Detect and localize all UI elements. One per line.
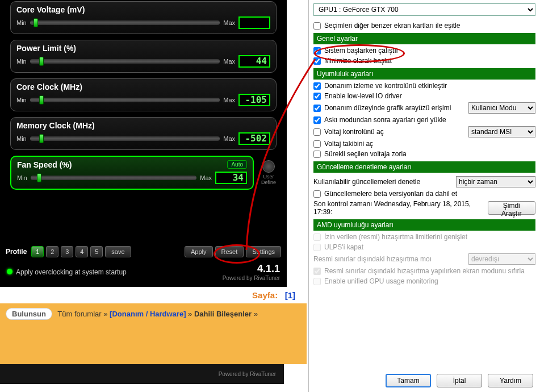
start-with-windows-checkbox[interactable]: Sistem başlarken çalıştır <box>313 47 535 55</box>
hw-gfx-checkbox[interactable]: Donanım düzeyinde grafik arayüzü erişimi <box>313 104 451 112</box>
last-check-label: Son kontrol zamanı Wednesday, February 1… <box>313 200 488 216</box>
restore-after-suspend-checkbox[interactable]: Askı modundan sonra ayarları geri yükle <box>313 116 535 124</box>
slider-track[interactable] <box>30 20 220 25</box>
profile-label: Profile <box>6 248 27 256</box>
update-frequency-select[interactable]: hiçbir zaman <box>456 176 535 187</box>
section-amd: AMD uyumluluğu ayarları <box>313 219 535 231</box>
voltage-monitoring-checkbox[interactable]: Voltaj takibini aç <box>313 140 535 148</box>
slider-title: Core Clock (MHz) <box>16 82 270 91</box>
footer: Apply overclocking at system startup 4.1… <box>0 263 287 281</box>
slider-track[interactable] <box>31 176 196 180</box>
slider-track[interactable] <box>30 136 220 141</box>
value-fan-speed[interactable]: 34 <box>215 172 247 184</box>
hw-gfx-mode-select[interactable]: Kullanıcı Modu <box>468 102 535 114</box>
riva-footer: Powered by RivaTuner <box>0 364 284 384</box>
value-power-limit[interactable]: 44 <box>238 55 270 68</box>
slider-fan-speed: Auto Fan Speed (%) Min Max 34 User Defin… <box>10 156 254 190</box>
value-core-clock[interactable]: -105 <box>238 94 270 106</box>
min-label: Min <box>17 174 27 181</box>
afterburner-panel: Core Voltage (mV) Min Max Power Limit (%… <box>0 0 287 287</box>
prev-button[interactable]: Bulunsun <box>6 308 52 320</box>
max-label: Max <box>223 97 235 103</box>
hw-monitoring-checkbox[interactable]: Donanım izleme ve kontrolünü etkinleştir <box>313 82 535 90</box>
slider-core-voltage: Core Voltage (mV) Min Max <box>10 1 277 34</box>
version-label: 4.1.1 <box>223 263 280 275</box>
slider-track[interactable] <box>30 98 220 102</box>
save-button[interactable]: save <box>105 246 131 257</box>
settings-button[interactable]: Settings <box>246 246 281 257</box>
cancel-button[interactable]: İptal <box>437 374 482 387</box>
unified-gpu-checkbox: Enable unified GPU usage monitoring <box>313 277 535 285</box>
crumb-dahili[interactable]: Dahili Bileşenler <box>194 310 252 318</box>
voltage-control-checkbox[interactable]: Voltaj kontrolünü aç <box>313 128 384 136</box>
user-define-label: User Define <box>261 174 276 185</box>
gear-icon <box>262 160 275 173</box>
section-general: Genel ayarlar <box>313 33 535 44</box>
include-beta-checkbox[interactable]: Güncellemelere beta versiyonları da dahi… <box>313 190 535 198</box>
startup-toggle[interactable]: Apply overclocking at system startup <box>7 268 127 276</box>
start-minimized-checkbox[interactable]: Minimize olarak başlat <box>313 57 535 65</box>
max-label: Max <box>223 58 235 65</box>
auto-button[interactable]: Auto <box>227 160 247 169</box>
low-level-io-checkbox[interactable]: Enable low-level IO driver <box>313 92 535 100</box>
unofficial-mode-label: Resmi sınırlar dışındaki hızaşırtma moı <box>313 255 432 263</box>
section-compat: Uyumluluk ayarları <box>313 68 535 80</box>
max-label: Max <box>200 174 212 181</box>
min-label: Min <box>16 97 27 103</box>
reset-display-checkbox: Resmi sınırlar dışındaki hızaşırtma yapı… <box>313 267 535 275</box>
ulps-checkbox: ULPS'i kapat <box>313 243 535 251</box>
profile-2[interactable]: 2 <box>46 246 58 257</box>
breadcrumb: Bulunsun Tüm forumlar » [Donanım / Hardw… <box>0 303 307 324</box>
amd-extend-checkbox: İzin verilen (resmi) hızaşırtma limitler… <box>313 233 535 241</box>
profile-5[interactable]: 5 <box>90 246 103 257</box>
sync-checkbox[interactable]: Seçimleri diğer benzer ekran kartları il… <box>313 22 535 30</box>
slider-core-clock: Core Clock (MHz) Min Max -105 <box>10 78 277 111</box>
unofficial-mode-select: devredışı <box>468 253 535 265</box>
min-label: Min <box>16 135 27 142</box>
led-icon <box>7 269 12 274</box>
min-label: Min <box>16 58 27 65</box>
ok-button[interactable]: Tamam <box>386 374 431 387</box>
powered-label: Powered by RivaTuner <box>223 275 280 281</box>
slider-title: Fan Speed (%) <box>17 160 247 169</box>
slider-memory-clock: Memory Clock (MHz) Min Max -502 <box>10 117 277 150</box>
slider-power-limit: Power Limit (%) Min Max 44 <box>10 40 277 73</box>
slider-track[interactable] <box>30 59 220 64</box>
gpu-select[interactable]: GPU1 : GeForce GTX 700 <box>313 3 535 16</box>
section-update: Güncelleme denetleme ayarları <box>313 161 535 173</box>
force-voltage-checkbox[interactable]: Sürekli seçilen voltaja zorla <box>313 150 535 158</box>
forum-strip: Sayfa: [1] Bulunsun Tüm forumlar » [Dona… <box>0 287 307 392</box>
user-define-button[interactable]: User Define <box>257 160 280 185</box>
max-label: Max <box>223 135 235 142</box>
apply-button[interactable]: Apply <box>185 246 213 257</box>
help-button[interactable]: Yardım <box>488 374 533 387</box>
slider-title: Memory Clock (MHz) <box>16 121 270 130</box>
slider-title: Core Voltage (mV) <box>16 5 270 14</box>
voltage-mode-select[interactable]: standard MSI <box>468 126 535 137</box>
value-core-voltage[interactable] <box>238 16 270 29</box>
settings-dialog: GPU1 : GeForce GTX 700 Seçimleri diğer b… <box>308 0 540 392</box>
dialog-buttons: Tamam İptal Yardım <box>386 374 533 387</box>
crumb-all[interactable]: Tüm forumlar <box>57 310 101 318</box>
profile-1[interactable]: 1 <box>31 246 44 257</box>
page-indicator: Sayfa: [1] <box>0 287 307 303</box>
check-now-button[interactable]: Şimdi Araştır <box>488 201 535 215</box>
profile-3[interactable]: 3 <box>61 246 73 257</box>
profile-bar: Profile 1 2 3 4 5 save Apply Reset Setti… <box>0 244 287 260</box>
min-label: Min <box>16 19 27 26</box>
profile-4[interactable]: 4 <box>76 246 88 257</box>
page-number[interactable]: [1] <box>285 290 295 300</box>
slider-title: Power Limit (%) <box>16 44 270 53</box>
check-updates-label: Kullanılabilir güncellemeleri denetle <box>313 178 420 186</box>
crumb-hardware[interactable]: [Donanım / Hardware] <box>110 310 186 318</box>
value-memory-clock[interactable]: -502 <box>238 132 270 145</box>
max-label: Max <box>223 19 235 26</box>
reset-button[interactable]: Reset <box>215 246 244 257</box>
